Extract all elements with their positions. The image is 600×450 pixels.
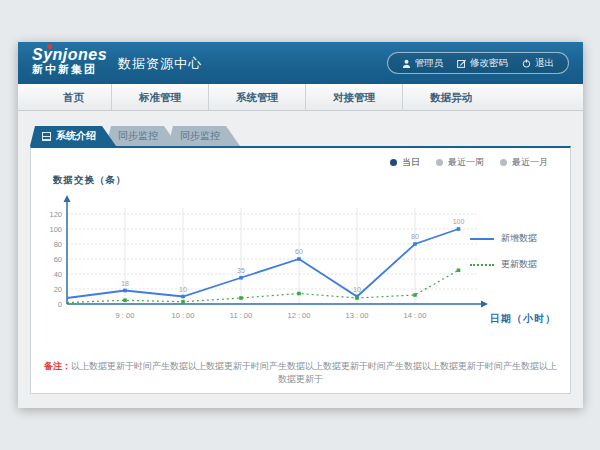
logout-button[interactable]: 退出 [522,57,554,70]
data-point-label: 80 [411,233,419,240]
company-logo: Synjones 新中新集团 [32,47,107,75]
solid-line-swatch-icon [470,238,494,240]
data-point-marker [413,293,417,297]
data-point-marker [355,296,359,300]
tab-sync-monitor-1-label: 同步监控 [118,126,158,146]
user-toolbar: 管理员 修改密码 退出 [387,52,570,74]
radio-last-month-label: 最近一月 [512,156,548,169]
data-point-label: 18 [121,280,129,287]
data-point-label: 10 [353,286,361,293]
legend-new-data-label: 新增数据 [501,232,537,245]
y-tick-label: 120 [49,210,62,219]
tab-system-intro-label: 系统介绍 [56,126,96,146]
y-tick-label: 0 [58,300,62,309]
legend-update-data-label: 更新数据 [501,258,537,271]
radio-today-label: 当日 [402,156,420,169]
series-line-0 [67,229,459,298]
tab-system-intro[interactable]: 系统介绍 [30,126,116,146]
logout-label: 退出 [535,57,554,70]
data-point-label: 35 [237,267,245,274]
data-point-marker [457,227,461,231]
data-point-marker [123,289,127,293]
data-point-marker [413,242,417,246]
legend-item-new-data: 新增数据 [470,232,558,245]
y-axis-title: 数据交换（条） [53,174,127,187]
x-axis-arrow-icon [481,301,488,308]
y-tick-label: 60 [54,255,62,264]
chart-panel: 当日 最近一周 最近一月 数据交换（条） 9 : 0010 : 0011 : 0… [30,146,571,394]
edit-icon [457,59,466,68]
radio-today[interactable]: 当日 [390,156,420,169]
logo-text-en: Synjones [32,47,107,64]
data-point-label: 10 [179,286,187,293]
dotted-line-swatch-icon [470,264,494,266]
desktop-background: Synjones 新中新集团 数据资源中心 管理员 修改密码 退出 [0,0,600,450]
current-user-label: 管理员 [415,57,444,70]
x-tick-label: 9 : 00 [116,311,135,320]
data-point-marker [181,295,185,299]
tab-sync-monitor-2-label: 同步监控 [180,126,220,146]
radio-last-month[interactable]: 最近一月 [500,156,548,169]
tab-sync-monitor-2[interactable]: 同步监控 [168,126,240,146]
top-header-bar: Synjones 新中新集团 数据资源中心 管理员 修改密码 退出 [18,42,583,84]
tab-bar: 系统介绍 同步监控 同步监控 [30,126,230,146]
y-tick-label: 100 [49,225,62,234]
x-tick-label: 11 : 00 [230,311,252,320]
legend-item-update-data: 更新数据 [470,258,558,271]
page-title: 数据资源中心 [118,55,202,73]
content-area: 系统介绍 同步监控 同步监控 当日 最近一周 [18,112,583,408]
y-axis-arrow-icon [64,195,71,202]
document-icon [42,132,51,141]
footnote-prefix: 备注： [44,361,71,371]
radio-unselected-icon [436,159,443,166]
x-tick-label: 12 : 00 [288,311,311,320]
y-tick-label: 20 [54,285,62,294]
x-tick-label: 13 : 00 [346,311,369,320]
nav-item-system-management[interactable]: 系统管理 [208,84,305,110]
change-password-button[interactable]: 修改密码 [457,57,508,70]
y-tick-label: 80 [54,240,62,249]
radio-unselected-icon [500,159,507,166]
line-chart: 9 : 0010 : 0011 : 0012 : 0013 : 0014 : 0… [37,192,507,332]
nav-item-standard-management[interactable]: 标准管理 [111,84,208,110]
data-point-label: 100 [453,218,465,225]
range-filter-group: 当日 最近一周 最近一月 [390,156,548,169]
data-point-marker [297,292,301,296]
main-navigation: 首页 标准管理 系统管理 对接管理 数据异动 [18,84,583,111]
data-point-marker [297,257,301,261]
logo-text-cn: 新中新集团 [32,64,107,76]
x-tick-label: 10 : 00 [172,311,195,320]
power-icon [522,59,531,68]
current-user-button[interactable]: 管理员 [402,57,444,70]
data-point-marker [239,276,243,280]
radio-last-week-label: 最近一周 [448,156,484,169]
tab-sync-monitor-1[interactable]: 同步监控 [106,126,178,146]
x-axis-title: 日期（小时） [490,312,556,326]
nav-item-data-change[interactable]: 数据异动 [402,84,499,110]
data-point-marker [123,298,127,302]
data-point-marker [181,300,185,304]
y-tick-label: 40 [54,270,62,279]
data-point-label: 60 [295,248,303,255]
footnote: 备注：以上数据更新于时间产生数据以上数据更新于时间产生数据以上数据更新于时间产生… [43,360,558,386]
x-tick-label: 14 : 00 [404,311,427,320]
change-password-label: 修改密码 [470,57,508,70]
app-window: Synjones 新中新集团 数据资源中心 管理员 修改密码 退出 [18,42,583,408]
radio-last-week[interactable]: 最近一周 [436,156,484,169]
footnote-text: 以上数据更新于时间产生数据以上数据更新于时间产生数据以上数据更新于时间产生数据以… [71,361,557,384]
nav-item-interface-management[interactable]: 对接管理 [305,84,402,110]
user-icon [402,59,411,68]
data-point-marker [457,268,461,272]
data-point-marker [239,296,243,300]
nav-item-home[interactable]: 首页 [36,84,111,110]
logo-red-dot-icon [47,44,52,49]
radio-selected-icon [390,159,397,166]
chart-legend: 新增数据 更新数据 [470,232,558,284]
